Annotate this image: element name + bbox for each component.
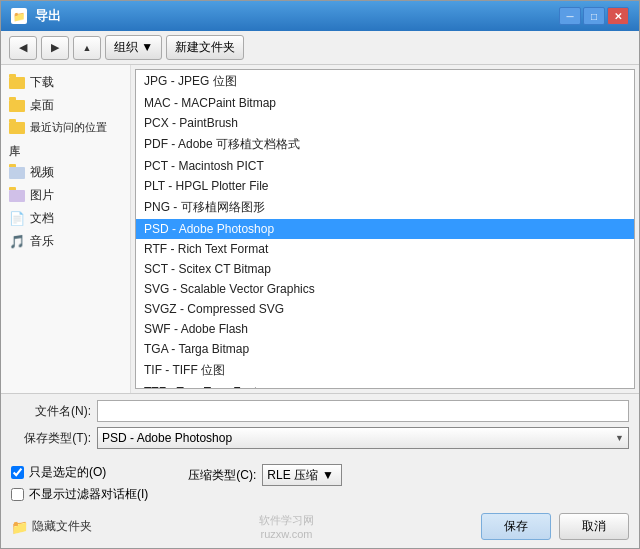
folder-collapse-icon: 📁 [11,519,28,535]
organize-button[interactable]: 组织 ▼ [105,35,162,60]
checkbox-group: 只是选定的(O) 不显示过滤器对话框(I) [11,464,148,503]
list-item[interactable]: PCT - Macintosh PICT [136,156,634,176]
filetype-row: 保存类型(T): PSD - Adobe Photoshop ▼ [11,427,629,449]
compression-dropdown-arrow-icon: ▼ [322,468,334,482]
compression-select[interactable]: RLE 压缩 ▼ [262,464,342,486]
folder-icon [9,122,25,134]
filename-input[interactable] [97,400,629,422]
only-selected-checkbox[interactable] [11,466,24,479]
title-controls: ─ □ ✕ [559,7,629,25]
compression-label: 压缩类型(C): [188,467,256,484]
filetype-label: 保存类型(T): [11,430,91,447]
file-list-container: GIF - Compuserve BitmapICO - Windows 3.x… [131,65,639,393]
sidebar-item-video[interactable]: 视频 [1,161,130,184]
sidebar: 下载 桌面 最近访问的位置 库 视频 图片 📄 文档 [1,65,131,393]
sidebar-item-label: 下载 [30,74,54,91]
sidebar-item-music[interactable]: 🎵 音乐 [1,230,130,253]
list-item[interactable]: JPG - JPEG 位图 [136,70,634,93]
sidebar-item-document[interactable]: 📄 文档 [1,207,130,230]
export-dialog: 📁 导出 ─ □ ✕ ◀ ▶ ▲ 组织 ▼ 新建文件夹 下载 [0,0,640,549]
sidebar-item-label: 图片 [30,187,54,204]
filename-label: 文件名(N): [11,403,91,420]
organize-label: 组织 ▼ [114,39,153,56]
folder-icon [9,77,25,89]
close-button[interactable]: ✕ [607,7,629,25]
no-filter-dialog-checkbox[interactable] [11,488,24,501]
list-item[interactable]: MAC - MACPaint Bitmap [136,93,634,113]
footer-row: 📁 隐藏文件夹 软件学习网ruzxw.com 保存 取消 [1,507,639,548]
list-item[interactable]: TGA - Targa Bitmap [136,339,634,359]
bottom-section: 文件名(N): 保存类型(T): PSD - Adobe Photoshop ▼ [1,393,639,460]
cancel-button[interactable]: 取消 [559,513,629,540]
filetype-value: PSD - Adobe Photoshop [102,431,232,445]
list-item[interactable]: PSD - Adobe Photoshop [136,219,634,239]
footer-buttons: 保存 取消 [481,513,629,540]
watermark: 软件学习网ruzxw.com [259,514,314,540]
minimize-button[interactable]: ─ [559,7,581,25]
list-item[interactable]: TTF - True Type Font [136,382,634,389]
sidebar-item-desktop[interactable]: 桌面 [1,94,130,117]
title-bar-left: 📁 导出 [11,7,61,25]
sidebar-item-label: 文档 [30,210,54,227]
document-icon: 📄 [9,211,25,226]
list-item[interactable]: SVGZ - Compressed SVG [136,299,634,319]
sidebar-section-library: 库 [1,138,130,161]
sidebar-item-picture[interactable]: 图片 [1,184,130,207]
filename-row: 文件名(N): [11,400,629,422]
compression-value: RLE 压缩 [267,467,318,484]
options-row: 只是选定的(O) 不显示过滤器对话框(I) 压缩类型(C): RLE 压缩 ▼ [1,460,639,507]
forward-button[interactable]: ▶ [41,36,69,60]
save-button[interactable]: 保存 [481,513,551,540]
hide-folders-label: 隐藏文件夹 [32,518,92,535]
sidebar-item-download[interactable]: 下载 [1,71,130,94]
sidebar-item-label: 最近访问的位置 [30,120,107,135]
list-item[interactable]: SCT - Scitex CT Bitmap [136,259,634,279]
maximize-button[interactable]: □ [583,7,605,25]
no-filter-dialog-label: 不显示过滤器对话框(I) [29,486,148,503]
list-item[interactable]: PNG - 可移植网络图形 [136,196,634,219]
sidebar-item-label: 视频 [30,164,54,181]
list-item[interactable]: PCX - PaintBrush [136,113,634,133]
folder-icon [9,100,25,112]
folder-icon [9,167,25,179]
up-button[interactable]: ▲ [73,36,101,60]
new-folder-label: 新建文件夹 [175,40,235,54]
only-selected-label: 只是选定的(O) [29,464,106,481]
new-folder-button[interactable]: 新建文件夹 [166,35,244,60]
main-content: 下载 桌面 最近访问的位置 库 视频 图片 📄 文档 [1,65,639,393]
list-item[interactable]: SVG - Scalable Vector Graphics [136,279,634,299]
toolbar: ◀ ▶ ▲ 组织 ▼ 新建文件夹 [1,31,639,65]
compression-group: 压缩类型(C): RLE 压缩 ▼ [188,464,342,486]
dialog-title: 导出 [35,7,61,25]
dropdown-arrow-icon: ▼ [615,433,624,443]
sidebar-item-recent[interactable]: 最近访问的位置 [1,117,130,138]
back-button[interactable]: ◀ [9,36,37,60]
folder-icon [9,190,25,202]
filetype-select[interactable]: PSD - Adobe Photoshop ▼ [97,427,629,449]
list-item[interactable]: TIF - TIFF 位图 [136,359,634,382]
file-type-list[interactable]: GIF - Compuserve BitmapICO - Windows 3.x… [135,69,635,389]
only-selected-checkbox-item[interactable]: 只是选定的(O) [11,464,148,481]
dialog-icon: 📁 [11,8,27,24]
sidebar-item-label: 音乐 [30,233,54,250]
list-item[interactable]: PLT - HPGL Plotter File [136,176,634,196]
list-item[interactable]: RTF - Rich Text Format [136,239,634,259]
no-filter-dialog-checkbox-item[interactable]: 不显示过滤器对话框(I) [11,486,148,503]
sidebar-item-label: 桌面 [30,97,54,114]
list-item[interactable]: SWF - Adobe Flash [136,319,634,339]
title-bar: 📁 导出 ─ □ ✕ [1,1,639,31]
hide-folders-button[interactable]: 📁 隐藏文件夹 [11,518,92,535]
music-icon: 🎵 [9,234,25,249]
list-item[interactable]: PDF - Adobe 可移植文档格式 [136,133,634,156]
